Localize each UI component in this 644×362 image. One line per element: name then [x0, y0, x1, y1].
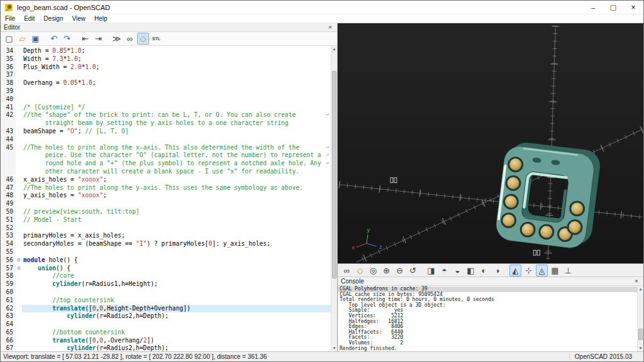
reset-view-button[interactable]: ↺ [407, 265, 419, 277]
editor-close-button[interactable]: × [326, 24, 334, 31]
editor-scrollbar[interactable]: ▲ ▼ [331, 46, 337, 351]
code-row[interactable]: 54secondaryHoles = (beamShape == "I") ? … [1, 240, 331, 248]
console-scrollbar[interactable]: ▲ ▼ [637, 286, 643, 351]
menu-item-view[interactable]: View [68, 14, 91, 23]
viewport-status: Viewport: translate = [ 57.03 21.21 -29.… [3, 353, 267, 360]
fold-marker [16, 232, 22, 240]
console-scroll-thumb[interactable] [638, 329, 643, 340]
code-row[interactable]: 66 translate([0,0,-Overhang/2]) [1, 337, 331, 345]
fold-marker[interactable]: ⊟ [16, 265, 22, 273]
code-row[interactable]: round hole and a "+" (the plus symbol) t… [1, 160, 331, 168]
view-front-button[interactable]: ◐ [478, 265, 490, 277]
code-row[interactable]: 60 [1, 288, 331, 297]
code-row[interactable]: 42//the "shape" of the brick to print: c… [1, 111, 331, 119]
view-back-button[interactable]: ◑ [491, 265, 503, 277]
code-row[interactable]: 62 translate([0,0,Height-Depth+Overhang]… [1, 305, 331, 313]
unindent-button[interactable]: ⇤ [79, 33, 91, 45]
code-row[interactable]: 59 cylinder(r=Radius1,h=Height); [1, 280, 331, 288]
console-body[interactable]: CGAL Polyhedrons in cache: 39CGAL cache … [338, 286, 643, 351]
code-row[interactable]: 55 [1, 248, 331, 256]
scroll-down-icon[interactable]: ▼ [638, 345, 643, 351]
minimize-button[interactable]: – [583, 1, 603, 14]
zoom-out-button[interactable]: ⊖ [394, 265, 406, 277]
code-row[interactable]: 48y_axis_holes = "xooox"; [1, 192, 331, 200]
export-stl-button[interactable]: STL [150, 33, 162, 45]
line-number: 40 [1, 96, 16, 104]
code-row[interactable]: 56⊟module hole() { [1, 256, 331, 265]
code-row[interactable]: 57⊟ union() { [1, 265, 331, 273]
code-row[interactable]: 50// preview[view:south, tilt:top] [1, 208, 331, 216]
code-text: //core [22, 272, 331, 280]
code-row[interactable]: 49 [1, 200, 331, 208]
code-row[interactable]: peice. Use the character "O" (capital le… [1, 151, 331, 160]
undo-button[interactable]: ↶ [48, 33, 60, 45]
code-row[interactable]: 58 //core [1, 272, 331, 280]
code-row[interactable]: 44 [1, 136, 331, 144]
redo-button[interactable]: ↷ [61, 33, 73, 45]
menu-item-design[interactable]: Design [39, 14, 67, 23]
code-row[interactable]: 46x_axis_holes = "xooox"; [1, 176, 331, 184]
code-row[interactable]: 47//The holes to print along the y-axis.… [1, 184, 331, 192]
menu-item-help[interactable]: Help [90, 14, 112, 23]
code-row[interactable]: 65 //bottom countersink [1, 329, 331, 337]
zoom-in-button[interactable]: ⊕ [380, 265, 392, 277]
scroll-up-icon[interactable]: ▲ [638, 286, 643, 292]
code-text: other character will create a blank spac… [22, 168, 331, 176]
view-bottom-button[interactable]: ◒ [452, 265, 464, 277]
scroll-up-icon[interactable]: ▲ [331, 46, 337, 52]
code-row[interactable]: 53primaryHoles = x_axis_holes; [1, 232, 331, 240]
code-row[interactable]: 64 [1, 321, 331, 329]
code-row[interactable]: 35Width = 7.3*1.0; [1, 55, 331, 63]
editor-scroll-thumb[interactable] [332, 71, 336, 278]
fold-marker[interactable]: ⊟ [16, 256, 22, 265]
line-number: 51 [1, 216, 16, 224]
line-number: 67 [1, 344, 16, 351]
code-row[interactable]: 39 [1, 87, 331, 96]
code-row[interactable]: straight beam by setting the y axis hole… [1, 119, 331, 128]
viewport-3d[interactable]: x y z [338, 23, 643, 263]
code-row[interactable]: 45//The holes to print along the x-axis.… [1, 144, 331, 152]
code-row[interactable]: 52 [1, 224, 331, 233]
code-row[interactable]: 38Overhang = 0.05*1.0; [1, 79, 331, 87]
indent-button[interactable]: ⇥ [92, 33, 104, 45]
view-diagonal-button[interactable]: ◭ [509, 265, 521, 277]
code-row[interactable]: 34Depth = 0.85*1.0; [1, 47, 331, 55]
code-area[interactable]: 34Depth = 0.85*1.0;35Width = 7.3*1.0;36P… [1, 46, 337, 351]
code-row[interactable]: 43beamShape = "O"; // [L, T, O] [1, 128, 331, 136]
code-row[interactable]: 41/* [Customize] */ [1, 104, 331, 112]
menu-item-edit[interactable]: Edit [19, 14, 39, 23]
render-button[interactable]: ◇ [137, 33, 149, 45]
code-row[interactable]: 61 //top countersink [1, 297, 331, 305]
code-row[interactable]: 36Plus_Width = 2.0*1.0; [1, 63, 331, 72]
code-row[interactable]: other character will create a blank spac… [1, 168, 331, 176]
code-row[interactable]: 63 cylinder(r=Radius2,h=Depth); [1, 312, 331, 321]
console-close-button[interactable]: × [633, 278, 640, 285]
orthogonal-button[interactable]: ▦ [549, 265, 561, 277]
perspective-button[interactable]: ◬ [536, 265, 548, 277]
preview-button[interactable]: ∞ [124, 33, 136, 45]
toolbar-overflow-chevron[interactable]: ≫ [111, 33, 123, 45]
fold-marker [16, 151, 22, 160]
view-left-button[interactable]: ◧ [465, 265, 477, 277]
view-all-button[interactable]: ◎ [367, 265, 379, 277]
code-row[interactable]: 67 cylinder(r=Radius2,h=Depth); [1, 344, 331, 351]
code-row[interactable]: 40 [1, 96, 331, 104]
maximize-button[interactable]: ▢ [603, 1, 623, 14]
code-row[interactable]: 51// Model - Start [1, 216, 331, 224]
close-button[interactable]: × [623, 1, 643, 14]
code-row[interactable]: 37 [1, 71, 331, 79]
crosshairs-button[interactable]: ⊥ [562, 265, 574, 277]
view-top-button[interactable]: ◓ [438, 265, 450, 277]
line-number: 36 [1, 63, 16, 72]
save-button[interactable]: ▣ [30, 33, 42, 45]
render-button[interactable]: ◇ [354, 265, 366, 277]
scroll-down-icon[interactable]: ▼ [331, 345, 337, 351]
menu-item-file[interactable]: File [1, 14, 19, 23]
open-file-button[interactable]: ▱ [16, 33, 28, 45]
view-center-button[interactable]: ⊹ [523, 265, 535, 277]
new-file-button[interactable]: ▢ [3, 33, 15, 45]
preview-button[interactable]: ∞ [341, 265, 353, 277]
line-number: 43 [1, 128, 16, 136]
view-right-button[interactable]: ◨ [425, 265, 437, 277]
line-number [1, 119, 16, 128]
